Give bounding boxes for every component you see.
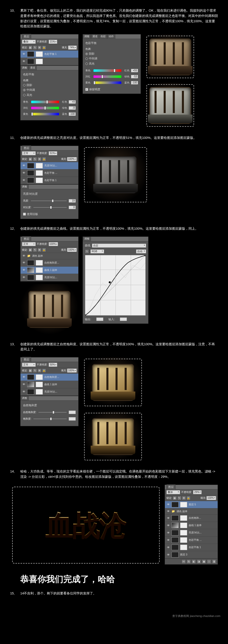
opacity-value[interactable]: 100%	[49, 242, 58, 246]
fx-icon[interactable]: fx	[187, 560, 191, 564]
magenta-green-slider[interactable]	[31, 107, 59, 109]
blend-mode-select[interactable]: 正常	[22, 242, 36, 246]
lock-icon[interactable]: ✥	[37, 157, 42, 161]
visibility-icon[interactable]: 👁	[22, 164, 26, 167]
radio-midtones[interactable]	[23, 89, 26, 91]
tab[interactable]: 调整	[21, 66, 29, 70]
visibility-icon[interactable]: 👁	[22, 276, 26, 279]
visibility-icon[interactable]: 👁	[22, 261, 26, 265]
visibility-icon[interactable]: 👁	[22, 171, 26, 175]
fill-value[interactable]: 100%	[206, 496, 216, 500]
magenta-green-slider[interactable]	[93, 75, 121, 78]
slider-value[interactable]: -53	[131, 75, 138, 78]
lock-icon[interactable]: ✎	[33, 248, 37, 252]
lock-icon[interactable]: ▦	[28, 157, 32, 161]
blend-mode-select[interactable]: 正常	[22, 151, 36, 155]
layer-row[interactable]: 👁色彩平衡 ...	[21, 169, 78, 177]
lock-icon[interactable]: ✎	[177, 496, 181, 500]
visibility-icon[interactable]: 👁	[22, 375, 26, 379]
lock-icon[interactable]: 🔒	[186, 496, 191, 500]
tab[interactable]: 调整	[83, 237, 91, 241]
trash-icon[interactable]: 🗑	[212, 560, 216, 564]
visibility-icon[interactable]: 👁	[22, 268, 26, 272]
opacity-value[interactable]: 50%	[49, 363, 57, 367]
lock-paint-icon[interactable]: ✎	[33, 46, 37, 50]
layer-row[interactable]: 👁亮度/对比...	[21, 388, 78, 396]
lock-icon[interactable]: 🔒	[42, 369, 46, 373]
layer-group-row[interactable]: 👁📁调色 副本	[21, 253, 78, 259]
adjustment-icon[interactable]: ◑	[197, 560, 201, 564]
channel-select[interactable]: RGB	[90, 249, 104, 253]
layer-row[interactable]: 👁亮度/对比...	[165, 529, 218, 536]
layer-row[interactable]: 👁 色彩平衡 1	[21, 51, 78, 58]
layer-row[interactable]: 👁	[21, 58, 78, 65]
lock-transparent-icon[interactable]: ▦	[28, 46, 32, 50]
visibility-icon[interactable]: 👁	[166, 531, 170, 534]
slider-value[interactable]: -100	[69, 112, 76, 116]
curves-graph[interactable]	[85, 255, 146, 316]
lock-icon[interactable]: 🔒	[42, 248, 46, 252]
lock-icon[interactable]: ▦	[28, 369, 32, 373]
layer-row[interactable]: 👁色彩平衡 1	[21, 177, 78, 184]
folder-icon[interactable]: ▣	[202, 560, 206, 564]
layer-row[interactable]: 👁自然饱和度...	[21, 259, 78, 267]
layer-row[interactable]: 👁自然饱和...	[165, 514, 218, 522]
slider-value[interactable]: +55	[131, 69, 138, 72]
visibility-icon[interactable]: 👁	[22, 60, 26, 63]
vibrance-slider[interactable]	[39, 412, 67, 413]
visibility-icon[interactable]: 👁	[22, 52, 26, 56]
layer-row[interactable]: 👁图层 3	[165, 551, 218, 559]
visibility-icon[interactable]: 👁	[22, 254, 26, 258]
lock-icon[interactable]: ▦	[173, 496, 177, 500]
fill-value[interactable]: 100%	[67, 248, 77, 252]
opacity-value[interactable]: 29%	[193, 490, 202, 494]
lock-move-icon[interactable]: ✥	[37, 46, 42, 50]
blend-mode-select[interactable]: 叠加	[22, 40, 36, 44]
layer-row[interactable]: 👁图层 5	[165, 501, 218, 508]
mask-icon[interactable]: ◐	[192, 560, 196, 564]
radio-shadows[interactable]	[23, 84, 26, 87]
fill-value[interactable]: 74%	[68, 46, 77, 50]
tab[interactable]: 调整	[83, 34, 91, 39]
radio-highlights[interactable]	[85, 62, 88, 65]
visibility-icon[interactable]: 👁	[166, 516, 170, 520]
opacity-value[interactable]: 21%	[49, 40, 57, 44]
visibility-icon[interactable]: 👁	[166, 524, 170, 527]
new-layer-icon[interactable]: ▫	[207, 560, 211, 564]
slider-value[interactable]: -9	[69, 106, 76, 110]
radio-highlights[interactable]	[23, 94, 26, 96]
tab-layers[interactable]: 图层	[22, 357, 31, 362]
slider-value[interactable]: +9	[69, 100, 76, 104]
brightness-value[interactable]: 19	[69, 199, 76, 203]
vibrance-value[interactable]	[69, 411, 76, 414]
saturation-slider[interactable]	[33, 419, 67, 419]
layer-row[interactable]: 👁自然饱和度...	[21, 374, 78, 381]
contrast-slider[interactable]	[33, 207, 67, 208]
layer-row[interactable]: 👁曲线 1 副本	[165, 522, 218, 529]
yellow-blue-slider[interactable]	[31, 113, 59, 115]
visibility-icon[interactable]: 👁	[166, 553, 170, 556]
opacity-value[interactable]: 51%	[49, 151, 57, 155]
output-value[interactable]	[96, 317, 103, 321]
tab-layers[interactable]: 图层	[22, 236, 31, 242]
tab[interactable]: 调整	[21, 396, 29, 400]
tab[interactable]: 通道	[29, 66, 37, 70]
layer-group-row[interactable]: 👁📁调色 副本	[165, 508, 218, 515]
layer-row[interactable]: 👁色彩平衡 1	[165, 544, 218, 551]
blend-mode-select[interactable]: 叠加	[166, 490, 180, 494]
auto-button[interactable]: 自动	[136, 249, 146, 253]
tab[interactable]: 色彩	[99, 34, 107, 39]
lock-icon[interactable]: 🔒	[42, 157, 46, 161]
radio-midtones[interactable]	[85, 57, 88, 60]
edit-points-icon[interactable]: ∿	[85, 249, 89, 253]
visibility-icon[interactable]: 👁	[22, 179, 26, 182]
slider-value[interactable]: -100	[131, 81, 138, 84]
contrast-value[interactable]: 0	[69, 206, 76, 209]
brightness-slider[interactable]	[31, 201, 67, 201]
fill-value[interactable]: 100%	[67, 369, 77, 373]
lock-icon[interactable]: ✎	[33, 157, 37, 161]
tab[interactable]: 动作	[107, 34, 115, 39]
yellow-blue-slider[interactable]	[93, 81, 121, 84]
lock-icon[interactable]: ▦	[28, 248, 32, 252]
preset-select[interactable]: 自定	[92, 244, 146, 248]
